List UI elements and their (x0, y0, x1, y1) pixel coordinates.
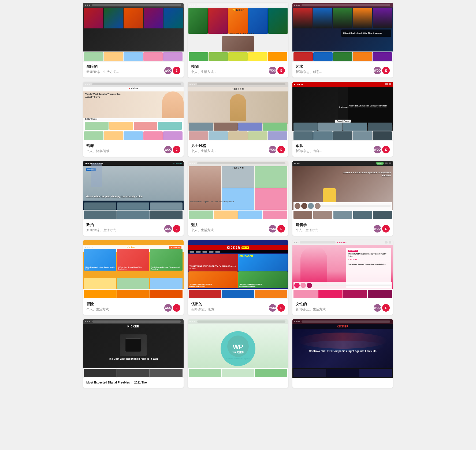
male-post-3 (238, 123, 262, 131)
badge-elem-art[interactable]: E (382, 67, 390, 74)
badge-elem-architecture[interactable]: E (382, 225, 390, 233)
military-strip-1 (293, 131, 313, 140)
freebies-strip-3 (150, 369, 183, 377)
badge-woo-architecture[interactable]: WOO (374, 225, 381, 233)
dark-strip-4 (143, 52, 163, 61)
badge-woo-adventure[interactable]: WOO (164, 304, 172, 312)
mock-browser-art (292, 3, 393, 8)
art-cell-1 (293, 8, 313, 28)
quality-nav-2 (196, 251, 201, 253)
badge-woo-female[interactable]: WOO (374, 304, 381, 312)
charm-strip-3 (238, 211, 262, 219)
badge-woo-art[interactable]: WOO (374, 67, 381, 74)
badge-woo-dark[interactable]: WOO (164, 67, 172, 74)
wp-watermark-subtitle: WP资源海 (232, 351, 244, 354)
charm-masonry-3 (255, 166, 287, 188)
badge-elem-politics[interactable]: E (173, 225, 180, 233)
nutrition-strip-3 (134, 122, 157, 130)
card-title-freebies: Most Expected Digital Freebies in 2021 T… (86, 381, 180, 384)
charm-masonry-1 (189, 166, 221, 210)
badge-elem-adventure[interactable]: E (173, 304, 180, 312)
art-cell-5 (373, 8, 392, 28)
browser-dot (85, 84, 86, 85)
adventure-subscribe-btn[interactable]: Subscribe (169, 246, 181, 249)
dark-strip-3 (124, 52, 143, 61)
arch-bottom-strip (292, 210, 393, 220)
badge-elem-plant[interactable]: E (277, 67, 285, 74)
browser-urlbar (197, 162, 286, 164)
charm-masonry-2 (222, 166, 254, 188)
adventure-person-3 (150, 278, 182, 289)
dark-strip-1 (84, 52, 103, 61)
art-cell-2 (313, 8, 333, 28)
browser-dot (296, 5, 298, 6)
quality-nav-5 (215, 251, 220, 253)
badge-woo-plant[interactable]: WOO (269, 67, 276, 74)
dark-strip-2 (104, 52, 123, 61)
female-browser-bar: ● ● ● ● kicker (292, 240, 393, 245)
art-strip-1 (293, 52, 313, 61)
badge-woo-military[interactable]: WOO (374, 146, 381, 153)
charm-strip-1 (189, 211, 213, 219)
browser-dot (192, 163, 193, 164)
politics-post-grid (84, 202, 183, 211)
badge-elem-dark[interactable]: E (173, 67, 180, 74)
charm-strip-2 (214, 211, 238, 219)
chinese-bottom-strip (188, 368, 288, 378)
military-kicker-logo: ● Kicker (294, 83, 305, 86)
plant-strip-5 (268, 52, 287, 61)
badge-woo-nutrition[interactable]: WOO (164, 146, 172, 153)
badge-woo-charm[interactable]: WOO (269, 225, 276, 233)
mock-browser-plant (188, 3, 288, 8)
nutrition-bottom-2 (104, 131, 123, 140)
dark-img-3 (124, 8, 143, 28)
badge-elem-military[interactable]: E (382, 146, 390, 153)
plant-strip-4 (248, 52, 267, 61)
browser-dot (192, 5, 193, 6)
quality-panel-1: THIS IS WHAT COUPLES THERAPY CAN ACTUALL… (188, 254, 238, 271)
card-footer-adventure: 冒险 个人、生活方式... WOO E (83, 299, 184, 315)
thumbnail-dark (83, 3, 184, 62)
quality-nav-4 (209, 251, 214, 253)
badge-elem-female[interactable]: E (382, 304, 390, 312)
quality-nav-1 (189, 251, 194, 253)
mock-browser-freebies (83, 319, 184, 324)
browser-urlbar (302, 4, 390, 6)
arch-persons-row (293, 202, 392, 210)
freebies-bottom-strip (83, 368, 184, 378)
quality-new-badge: NEW (241, 246, 249, 249)
badge-elem-nutrition[interactable]: E (173, 146, 180, 153)
art-strip-4 (353, 52, 372, 61)
female-divider (348, 262, 390, 262)
plant-kicker-logo: 🤜 Kicker (232, 9, 243, 11)
badge-elem-male[interactable]: E (277, 146, 285, 153)
browser-urlbar (92, 83, 181, 85)
male-strip-3 (228, 131, 248, 140)
mock-browser (83, 3, 184, 8)
browser-dot (87, 84, 88, 85)
badge-woo-quality[interactable]: WOO (269, 304, 276, 312)
female-kicker-logo: ● kicker (337, 241, 347, 244)
nutrition-bottom-strip (83, 131, 184, 141)
badge-elem-quality[interactable]: E (277, 304, 285, 312)
badge-woo-politics[interactable]: WOO (164, 225, 172, 233)
dark-img-5 (163, 8, 183, 28)
dark-bottom-strip (83, 51, 184, 62)
nutrition-strip (84, 121, 183, 131)
card-ico: KICKER Controversial ICO Companies Fight… (292, 319, 393, 388)
card-chinese: KICKER Chinese Phone Copies WP WP资源海 (188, 319, 288, 388)
mock-browser-male (188, 82, 288, 87)
browser-dot (298, 321, 300, 322)
ico-strip-2 (326, 369, 359, 377)
badge-elem-charm[interactable]: E (277, 225, 285, 233)
arch-person-2 (301, 203, 307, 209)
card-footer-ico (292, 378, 393, 385)
nutrition-bottom-1 (84, 131, 103, 140)
arch-person-1 (295, 203, 300, 209)
badge-woo-male[interactable]: WOO (269, 146, 276, 153)
male-strip-4 (248, 131, 267, 140)
charm-masonry (189, 166, 287, 210)
browser-dot (194, 321, 195, 322)
freebies-box (120, 334, 147, 356)
browser-urlbar (197, 4, 286, 6)
